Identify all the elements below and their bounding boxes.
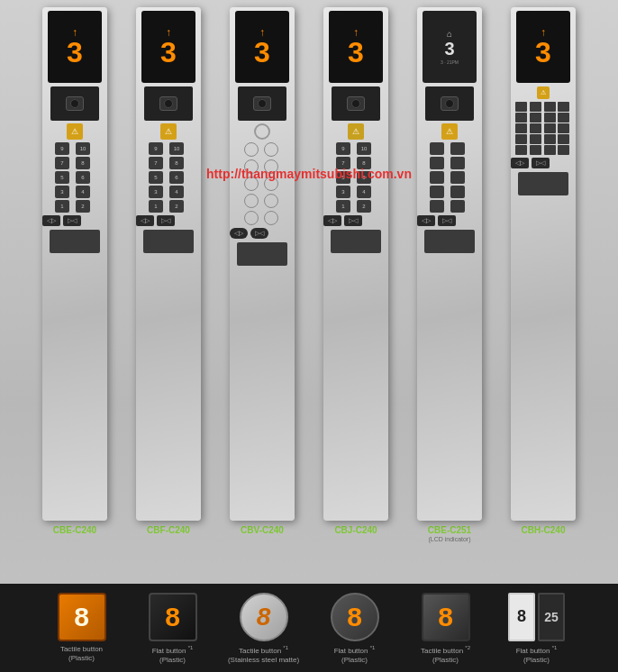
flat-button-white[interactable]: 8 (508, 593, 535, 641)
floor-btn[interactable]: 3 (149, 186, 163, 198)
button-sample-tactile-plastic: 8 Tactile button (Plastic) (39, 593, 124, 664)
keypad-cbv[interactable] (237, 242, 287, 266)
floor-btn[interactable]: 2 (169, 200, 184, 213)
floor-btn-wide[interactable] (544, 123, 556, 133)
floor-btn-wide[interactable] (515, 134, 527, 144)
floor-btn[interactable]: 6 (76, 171, 90, 184)
floor-btn[interactable]: 10 (169, 142, 184, 155)
camera-lens (347, 96, 365, 111)
button-sample-flat-two: 8 25 Flat button *1 (Plastic) (494, 593, 579, 665)
floor-btn[interactable]: 1 (149, 200, 163, 213)
floor-btn[interactable] (430, 157, 444, 169)
floor-btn[interactable]: 1 (55, 200, 69, 213)
floor-btn[interactable] (430, 171, 444, 184)
floor-btn[interactable]: 2 (76, 200, 90, 213)
keypad-cbe251[interactable] (424, 230, 475, 253)
alarm-button-cbe251[interactable]: ⚠ (441, 123, 458, 140)
close-door-btn[interactable]: ▷◁ (344, 215, 362, 226)
close-door-btn[interactable]: ▷◁ (438, 215, 456, 226)
open-door-btn[interactable]: ◁▷ (323, 215, 341, 226)
flat-button-dark-sq[interactable]: 25 (538, 593, 565, 641)
floor-btn-circle[interactable] (264, 194, 278, 208)
open-door-btn[interactable]: ◁▷ (230, 228, 248, 239)
tactile-button-plastic-2[interactable]: 8 (422, 593, 470, 641)
floor-btn-wide[interactable] (515, 145, 527, 155)
floor-btn-wide[interactable] (515, 123, 527, 133)
floor-btn-wide[interactable] (544, 113, 556, 123)
floor-btn[interactable]: 9 (149, 142, 163, 155)
keypad-cbh[interactable] (518, 172, 568, 195)
floor-btn[interactable]: 8 (169, 157, 184, 169)
floor-btn-wide[interactable] (558, 113, 569, 123)
panel-cbe-c240: ↑ 3 ⚠ 9 10 7 8 (42, 7, 107, 521)
floor-btn-circle[interactable] (244, 194, 259, 208)
floor-btn-wide[interactable] (544, 134, 556, 144)
floor-btn[interactable]: 2 (357, 200, 371, 213)
button-number: 8 (347, 602, 362, 632)
floor-btn-circle[interactable] (264, 142, 278, 157)
floor-btn[interactable] (450, 171, 465, 184)
open-door-btn[interactable]: ◁▷ (136, 215, 154, 226)
floor-btn-wide[interactable] (530, 134, 541, 144)
floor-btn-circle[interactable] (264, 211, 278, 225)
floor-btn[interactable]: 3 (55, 186, 69, 198)
floor-btn[interactable] (450, 200, 465, 213)
alarm-button-cbj[interactable]: ⚠ (348, 123, 364, 140)
close-door-btn[interactable]: ▷◁ (157, 215, 175, 226)
floor-btn-wide[interactable] (544, 102, 556, 112)
floor-btn-wide[interactable] (530, 113, 541, 123)
floor-btn-wide[interactable] (530, 123, 541, 133)
keypad-cbe[interactable] (50, 230, 100, 253)
floor-btn[interactable] (430, 142, 444, 155)
floor-btn[interactable] (430, 200, 444, 213)
open-door-btn[interactable]: ◁▷ (511, 158, 529, 168)
floor-btn[interactable] (450, 142, 465, 155)
open-door-btn[interactable]: ◁▷ (42, 215, 60, 226)
floor-btn[interactable]: 10 (357, 142, 371, 155)
floor-btn-circle[interactable] (244, 142, 259, 157)
close-door-btn[interactable]: ▷◁ (532, 158, 550, 168)
keypad-cbf[interactable] (143, 230, 194, 253)
flat-button-gray-plastic[interactable]: 8 (331, 593, 379, 641)
floor-btn[interactable]: 9 (55, 142, 69, 155)
tactile-button-stainless[interactable]: 8 (240, 593, 288, 641)
close-door-btn[interactable]: ▷◁ (63, 215, 81, 226)
floor-btn-wide[interactable] (515, 113, 527, 123)
floor-btn[interactable] (450, 157, 465, 169)
close-door-btn[interactable]: ▷◁ (250, 228, 268, 239)
floor-btn[interactable]: 8 (76, 157, 90, 169)
panels-section: ↑ 3 ⚠ 9 10 7 8 (0, 0, 618, 558)
floor-btn-wide[interactable] (558, 102, 569, 112)
floor-btn[interactable]: 1 (336, 200, 350, 213)
alarm-button-cbe[interactable]: ⚠ (67, 123, 83, 140)
floor-btn[interactable] (430, 186, 444, 198)
floor-btn[interactable]: 4 (169, 186, 184, 198)
alarm-btn-cbh[interactable]: ⚠ (537, 86, 550, 99)
flat-button-plastic-dark[interactable]: 8 (149, 593, 197, 641)
floor-btn-wide[interactable] (558, 145, 569, 155)
floor-btn-circle[interactable] (244, 211, 259, 225)
floor-btn[interactable]: 3 (336, 186, 350, 198)
floor-btn[interactable]: 5 (55, 171, 69, 184)
floor-btn[interactable]: 10 (76, 142, 90, 155)
floor-btn[interactable] (450, 186, 465, 198)
floor-btn[interactable]: 6 (169, 171, 184, 184)
floor-btn[interactable]: 5 (149, 171, 163, 184)
floor-btn[interactable]: 9 (336, 142, 350, 155)
open-door-btn[interactable]: ◁▷ (417, 215, 435, 226)
alarm-button-cbf[interactable]: ⚠ (160, 123, 177, 140)
tactile-button-plastic[interactable]: 8 (58, 593, 106, 641)
keypad-cbj[interactable] (331, 230, 381, 253)
floor-btn-wide[interactable] (544, 145, 556, 155)
floor-btn-wide[interactable] (530, 145, 541, 155)
floor-btn[interactable]: 7 (55, 157, 69, 169)
alarm-circle-cbv[interactable] (254, 123, 270, 140)
floor-btn-wide[interactable] (558, 123, 569, 133)
floor-btn-wide[interactable] (530, 102, 541, 112)
floor-btn[interactable]: 7 (149, 157, 163, 169)
display-cbe-c251: ⌂ 3 3 · 21PM (423, 11, 477, 83)
floor-btn[interactable]: 4 (357, 186, 371, 198)
floor-btn[interactable]: 4 (76, 186, 90, 198)
floor-btn-wide[interactable] (558, 134, 569, 144)
floor-btn-wide[interactable] (515, 102, 527, 112)
